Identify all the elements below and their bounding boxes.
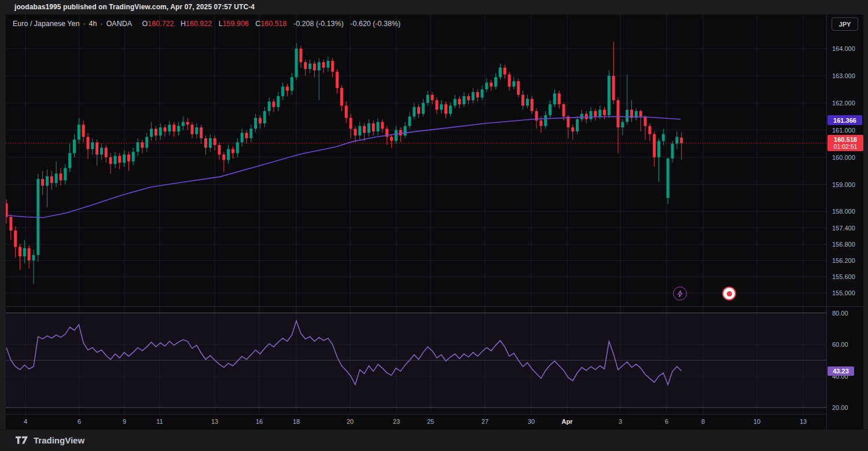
candle-body [422,103,425,114]
candle-body [653,134,656,157]
price-tick-label: 160.000 [832,153,855,162]
footer-bar: TradingView [0,429,868,451]
tradingview-snapshot: joodabas1995 published on TradingView.co… [0,0,868,451]
candle-body [449,105,452,113]
candle-body [91,142,94,149]
candle-body [549,104,551,115]
low-value: 159.906 [223,20,249,28]
candle-body [73,140,76,153]
time-axis-separator [6,414,826,415]
candle-body [399,130,402,135]
candle-body [281,87,284,96]
time-tick-label: 10 [753,417,760,426]
candle-body [241,133,244,142]
candle-body [526,99,529,106]
candle-body [155,129,157,135]
candle-body [82,124,85,137]
reaction-button[interactable] [722,287,736,300]
candle-body [78,124,80,140]
candle-body [472,92,475,100]
candle-body [617,100,620,127]
candle-body [571,127,574,131]
candle-body [118,156,121,163]
candle-body [626,110,628,122]
candle-body [494,77,497,86]
price-tick-label: 156.800 [832,240,855,248]
candle-body [254,118,257,129]
candle-body [286,87,289,91]
symbol-name: Euro / Japanese Yen [13,20,79,28]
candle-body [100,148,103,155]
tradingview-logo-icon[interactable] [16,436,28,445]
candle-body [159,127,162,135]
candle-body [503,68,506,75]
candle-body [585,114,588,119]
candle-body [440,104,443,109]
candle-body [214,138,216,145]
candle-body [644,116,647,126]
currency-toggle-button[interactable]: JPY [832,17,858,31]
bar-change-value: -0.620 (-0.38%) [350,20,400,28]
candle-body [580,114,583,119]
candle-body [222,155,225,160]
time-tick-label: 16 [256,417,263,426]
time-tick-label: 25 [427,417,434,426]
candle-body [177,126,180,131]
candle-body [299,49,302,62]
time-tick-label: 20 [347,417,354,426]
candle-body [594,111,597,116]
candle-body [331,61,334,72]
time-tick-label: 6 [78,417,81,426]
candle-body [476,92,479,97]
candle-body [648,126,651,134]
candle-body [435,100,438,109]
candle-body [109,157,112,164]
candle-body [23,248,26,256]
candle-body [358,126,361,135]
chart-canvas[interactable] [6,14,826,414]
candle-body [521,95,524,106]
candle-body [304,62,307,69]
pane-separator[interactable] [6,306,863,307]
candle-body [675,137,678,144]
candle-body [404,126,407,135]
price-tick-label: 164.000 [832,45,855,53]
candle-body [123,155,126,163]
price-tick-label: 162.000 [832,99,855,107]
ma-value-badge: 161.366 [827,115,862,125]
symbol-legend[interactable]: Euro / Japanese Yen·4h·OANDA O160.722 H1… [13,20,400,28]
candle-body [671,144,674,159]
candle-body [95,142,98,155]
candle-body [227,149,230,160]
candle-body [200,127,203,138]
time-tick-label: 9 [123,417,126,426]
candle-body [145,137,148,148]
candle-body [544,115,547,126]
candle-body [639,111,642,116]
time-tick-label: 8 [701,417,705,426]
candle-body [336,72,339,88]
target-dot-icon [727,291,732,296]
candle-body [485,83,488,90]
candle-body [191,124,194,134]
price-tick-label: 155.000 [832,289,855,297]
candle-body [195,127,198,134]
timeframe: 4h [89,20,97,28]
time-tick-label: 18 [293,417,300,426]
candle-body [86,137,89,149]
candle-body [662,134,665,141]
candle-body [64,168,67,180]
candle-body [182,122,185,126]
candle-body [381,122,384,129]
lightning-icon [676,290,684,298]
boost-button[interactable] [673,287,687,300]
candle-body [531,99,534,111]
candle-body [467,96,470,100]
open-label: O [142,20,148,28]
candle-body [354,129,356,135]
candle-body [326,61,329,68]
candle-body [218,145,221,154]
candle-body [28,248,31,261]
tradingview-brand[interactable]: TradingView [34,435,84,445]
candle-body [186,122,189,125]
